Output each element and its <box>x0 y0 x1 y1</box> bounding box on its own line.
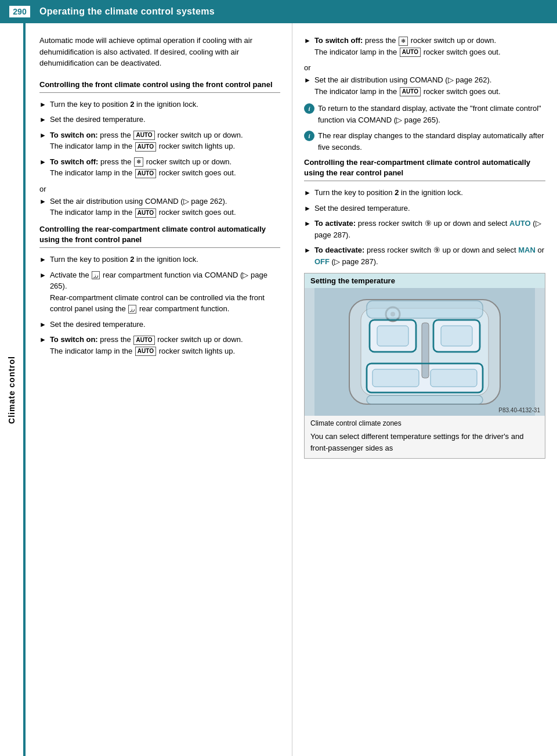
bullet-text: Set the desired temperature. <box>50 319 280 330</box>
list-item: ► Turn the key to position 2 in the igni… <box>39 99 280 110</box>
section1-heading: Controlling the front climate control us… <box>39 80 280 90</box>
intro-paragraph: Automatic mode will achieve optimal oper… <box>39 35 280 69</box>
list-item: ► Turn the key to position 2 in the igni… <box>39 254 280 265</box>
section3-heading: Controlling the rear-compartment climate… <box>304 157 545 178</box>
bullet-arrow-icon: ► <box>39 157 46 167</box>
bullet-arrow-icon: ► <box>39 196 46 207</box>
bullet-arrow-icon: ► <box>304 218 311 229</box>
svg-rect-6 <box>441 326 472 346</box>
or-bullet-list-1: ► Set the air distribution using COMAND … <box>39 196 280 218</box>
temp-setting-body: You can select different temperature set… <box>305 431 545 458</box>
bullet-arrow-icon: ► <box>304 35 311 46</box>
temp-setting-caption: Climate control climate zones <box>305 416 545 431</box>
info-note-text-1: To return to the standard display, activ… <box>318 103 545 125</box>
page-title: Operating the climate control systems <box>39 6 215 17</box>
bullet-arrow-icon: ► <box>39 254 46 265</box>
section2-divider <box>39 247 280 248</box>
temp-setting-box: Setting the temperature <box>304 273 545 459</box>
info-icon-2: i <box>304 131 314 141</box>
page-number: 290 <box>9 6 30 17</box>
sidebar-accent <box>23 372 26 407</box>
bullet-text: To switch on: press the AUTO rocker swit… <box>50 129 280 152</box>
svg-rect-10 <box>422 323 429 378</box>
or-text-1: or <box>39 185 280 193</box>
bullet-arrow-icon: ► <box>39 270 46 280</box>
left-column: Automatic mode will achieve optimal oper… <box>26 23 292 756</box>
bullet-text: Turn the key to position 2 in the igniti… <box>314 187 545 199</box>
bullet-text: To activate: press rocker switch ⑨ up or… <box>314 218 545 240</box>
bullet-text: To switch off: press the ❄ rocker switch… <box>314 35 545 57</box>
svg-rect-5 <box>377 326 408 346</box>
right-column: ► To switch off: press the ❄ rocker swit… <box>292 23 557 756</box>
bullet-arrow-icon: ► <box>39 319 46 330</box>
section3-bullet-list: ► Turn the key to position 2 in the igni… <box>304 187 545 267</box>
main-layout: Climate control Automatic mode will achi… <box>0 23 557 756</box>
bullet-text: Set the air distribution using COMAND (▷… <box>314 74 545 97</box>
list-item: ► Turn the key to position 2 in the igni… <box>304 187 545 199</box>
bullet-text: To switch off: press the ❄ rocker switch… <box>50 156 280 179</box>
list-item: ► To activate: press rocker switch ⑨ up … <box>304 218 545 240</box>
info-note-1: i To return to the standard display, act… <box>304 103 545 125</box>
list-item: ► To switch on: press the AUTO rocker sw… <box>39 129 280 152</box>
list-item: ► Set the desired temperature. <box>304 203 545 214</box>
sidebar: Climate control <box>0 23 26 756</box>
section3-divider <box>304 181 545 181</box>
bullet-arrow-icon: ► <box>39 99 46 110</box>
section1-bullet-list: ► Turn the key to position 2 in the igni… <box>39 99 280 179</box>
bullet-arrow-icon: ► <box>39 130 46 141</box>
list-item: ► To switch off: press the ❄ rocker swit… <box>39 156 280 179</box>
bullet-text: Turn the key to position 2 in the igniti… <box>50 254 280 265</box>
bullet-text: Set the desired temperature. <box>50 114 280 125</box>
svg-rect-13 <box>367 301 483 318</box>
svg-rect-8 <box>372 369 419 387</box>
list-item: ► Set the desired temperature. <box>39 319 280 330</box>
or-bullet-list-2: ► Set the air distribution using COMAND … <box>304 74 545 97</box>
list-item: ► Set the desired temperature. <box>39 114 280 125</box>
bullet-text: Set the desired temperature. <box>314 203 545 214</box>
temp-setting-image: P83.40-4132-31 <box>305 288 545 416</box>
list-item: ► To deactivate: press rocker switch ⑨ u… <box>304 244 545 267</box>
info-note-text-2: The rear display changes to the standard… <box>318 130 545 153</box>
bullet-text: Turn the key to position 2 in the igniti… <box>50 99 280 110</box>
bullet-text: Set the air distribution using COMAND (▷… <box>50 196 280 218</box>
list-item: ► Activate the رز rear compartment funct… <box>39 269 280 315</box>
bullet-text: To switch on: press the AUTO rocker swit… <box>50 334 280 357</box>
bullet-arrow-icon: ► <box>304 245 311 255</box>
bullet-arrow-icon: ► <box>304 203 311 214</box>
bullet-text: To deactivate: press rocker switch ⑨ up … <box>314 244 545 267</box>
sidebar-label: Climate control <box>7 356 16 424</box>
info-icon-1: i <box>304 103 314 114</box>
svg-rect-9 <box>431 369 477 387</box>
bullet-arrow-icon: ► <box>304 75 311 85</box>
list-item: ► Set the air distribution using COMAND … <box>304 74 545 97</box>
bullet-arrow-icon: ► <box>304 188 311 198</box>
image-code: P83.40-4132-31 <box>498 407 540 413</box>
right-top-bullets: ► To switch off: press the ❄ rocker swit… <box>304 35 545 57</box>
header-bar: 290 Operating the climate control system… <box>0 0 557 23</box>
content-area: Automatic mode will achieve optimal oper… <box>26 23 557 756</box>
svg-rect-14 <box>367 395 483 404</box>
or-text-2: or <box>304 63 545 72</box>
bullet-arrow-icon: ► <box>39 334 46 345</box>
car-illustration-svg <box>305 288 545 416</box>
list-item: ► To switch on: press the AUTO rocker sw… <box>39 334 280 357</box>
info-note-2: i The rear display changes to the standa… <box>304 130 545 153</box>
temp-setting-header: Setting the temperature <box>305 273 545 288</box>
section2-heading: Controlling the rear-compartment climate… <box>39 224 280 245</box>
bullet-text: Activate the رز rear compartment functio… <box>50 269 280 315</box>
section2-bullet-list: ► Turn the key to position 2 in the igni… <box>39 254 280 357</box>
list-item: ► Set the air distribution using COMAND … <box>39 196 280 218</box>
list-item: ► To switch off: press the ❄ rocker swit… <box>304 35 545 57</box>
section1-divider <box>39 92 280 93</box>
bullet-arrow-icon: ► <box>39 114 46 125</box>
